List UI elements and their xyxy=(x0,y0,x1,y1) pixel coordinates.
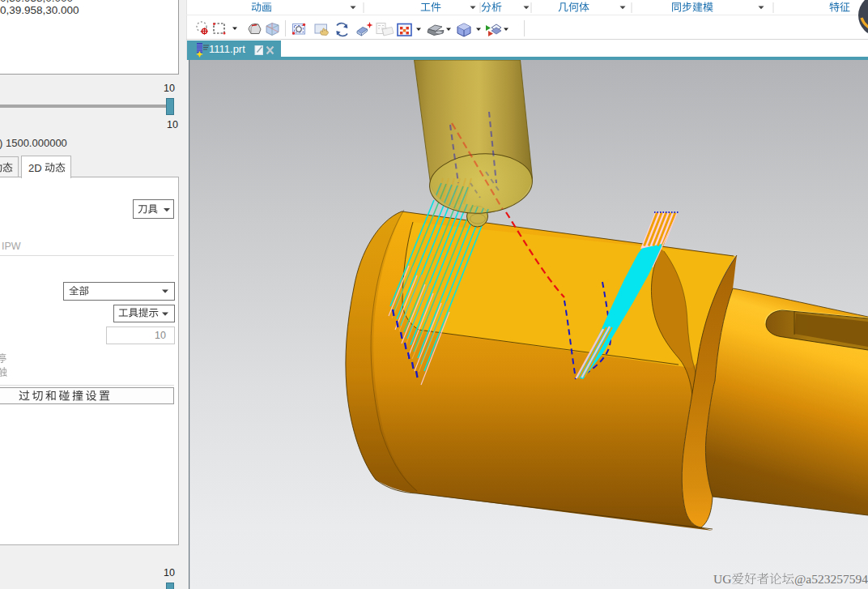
svg-text:10: 10 xyxy=(164,567,175,578)
svg-text:) 1500.000000: ) 1500.000000 xyxy=(0,137,67,149)
svg-text:10: 10 xyxy=(167,119,178,130)
svg-text:10: 10 xyxy=(164,83,175,94)
svg-text:UG: UG xyxy=(713,572,731,586)
svg-text:@a523257594: @a523257594 xyxy=(794,572,868,586)
